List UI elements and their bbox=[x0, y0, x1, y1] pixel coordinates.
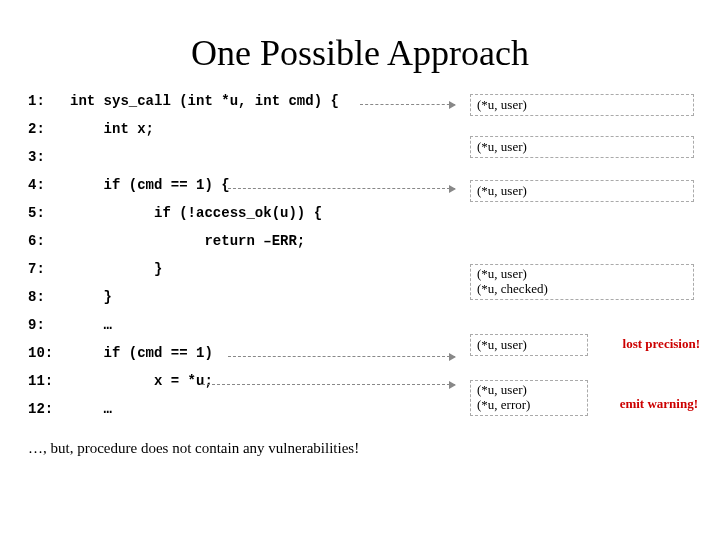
annotation-text: (*u, user) bbox=[477, 383, 581, 398]
code-line-12: 12: … bbox=[28, 402, 702, 428]
line-number: 8: bbox=[28, 290, 70, 304]
code-text: return –ERR; bbox=[70, 234, 305, 248]
arrow-icon bbox=[360, 104, 455, 105]
annotation-text: (*u, user) bbox=[477, 337, 527, 352]
annotation-text: (*u, error) bbox=[477, 398, 581, 413]
code-line-5: 5: if (!access_ok(u)) { bbox=[28, 206, 702, 232]
line-number: 2: bbox=[28, 122, 70, 136]
annotation-box: (*u, user) (*u, error) bbox=[470, 380, 588, 416]
slide-title: One Possible Approach bbox=[0, 32, 720, 74]
code-line-11: 11: x = *u; bbox=[28, 374, 702, 400]
annotation-box: (*u, user) bbox=[470, 180, 694, 202]
code-text: x = *u; bbox=[70, 374, 213, 388]
side-note-lost-precision: lost precision! bbox=[623, 336, 700, 352]
line-number: 7: bbox=[28, 262, 70, 276]
annotation-text: (*u, user) bbox=[477, 267, 687, 282]
annotation-box: (*u, user) bbox=[470, 136, 694, 158]
line-number: 6: bbox=[28, 234, 70, 248]
annotation-text: (*u, user) bbox=[477, 183, 527, 198]
code-text: if (cmd == 1) { bbox=[70, 178, 230, 192]
arrow-icon bbox=[228, 356, 455, 357]
line-number: 1: bbox=[28, 94, 70, 108]
line-number: 3: bbox=[28, 150, 70, 164]
code-text: if (!access_ok(u)) { bbox=[70, 206, 322, 220]
annotation-text: (*u, user) bbox=[477, 139, 527, 154]
code-text: if (cmd == 1) bbox=[70, 346, 213, 360]
line-number: 11: bbox=[28, 374, 70, 388]
code-text: int sys_call (int *u, int cmd) { bbox=[70, 94, 339, 108]
line-number: 10: bbox=[28, 346, 70, 360]
code-text: int x; bbox=[70, 122, 154, 136]
code-line-6: 6: return –ERR; bbox=[28, 234, 702, 260]
line-number: 5: bbox=[28, 206, 70, 220]
annotation-box: (*u, user) bbox=[470, 94, 694, 116]
code-text: } bbox=[70, 290, 112, 304]
line-number: 12: bbox=[28, 402, 70, 416]
arrow-icon bbox=[202, 384, 455, 385]
annotation-text: (*u, user) bbox=[477, 97, 527, 112]
arrow-icon bbox=[228, 188, 455, 189]
annotation-box: (*u, user) (*u, checked) bbox=[470, 264, 694, 300]
line-number: 4: bbox=[28, 178, 70, 192]
annotation-text: (*u, checked) bbox=[477, 282, 687, 297]
code-line-10: 10: if (cmd == 1) bbox=[28, 346, 702, 372]
code-line-9: 9: … bbox=[28, 318, 702, 344]
code-text: } bbox=[70, 262, 162, 276]
side-note-emit-warning: emit warning! bbox=[620, 396, 698, 412]
slide-body: 1: int sys_call (int *u, int cmd) { 2: i… bbox=[0, 94, 720, 428]
footer-note: …, but, procedure does not contain any v… bbox=[0, 440, 720, 457]
line-number: 9: bbox=[28, 318, 70, 332]
code-text: … bbox=[70, 318, 112, 332]
annotation-box: (*u, user) bbox=[470, 334, 588, 356]
code-text: … bbox=[70, 402, 112, 416]
